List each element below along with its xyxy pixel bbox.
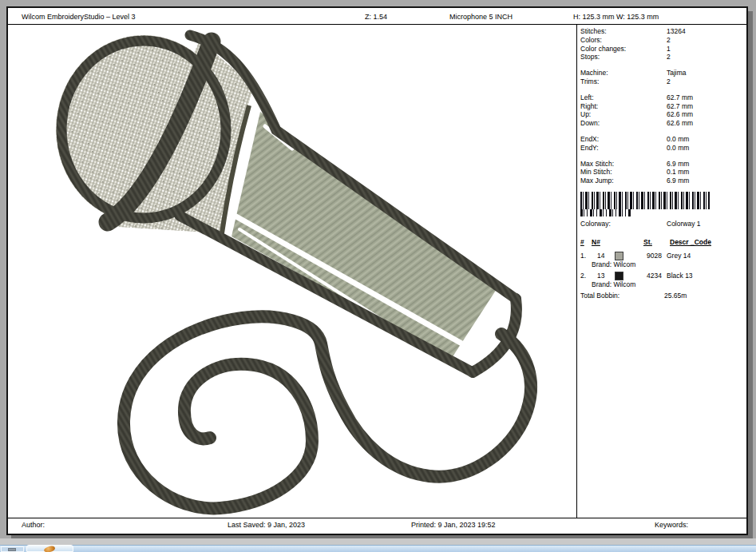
barcode-tail [580, 209, 631, 216]
footer-separator [8, 518, 746, 518]
app-icon [43, 546, 55, 552]
mic-cable [124, 316, 531, 508]
print-preview-screen: Wilcom EmbroideryStudio – Level 3 Z: 1.5… [0, 0, 756, 552]
taskbar-strip [0, 545, 756, 552]
stat-row: Machine:Tajima [580, 69, 745, 77]
design-info-panel: Stitches:13264 Colors:2 Color changes:1 … [580, 27, 745, 300]
thread-row: 2. 13 4234 Black 13 [580, 272, 745, 280]
stat-row: Stops:2 [580, 53, 745, 62]
stat-row: Min Stitch:0.1 mm [580, 168, 745, 177]
panel-divider [576, 24, 577, 518]
window-icon [8, 548, 16, 551]
stat-row: Left:62.7 mm [580, 93, 745, 102]
stat-row: Up:62.6 mm [580, 110, 745, 119]
design-name: Microphone 5 INCH [449, 13, 513, 21]
stat-row: Right:62.7 mm [580, 102, 745, 111]
stat-row: Stitches:13264 [580, 27, 745, 36]
design-dimensions: H: 125.3 mm W: 125.3 mm [573, 13, 659, 21]
stat-row: Max Jump:6.9 mm [580, 177, 745, 185]
stat-row: EndY:0.0 mm [580, 144, 745, 153]
stat-row: Down:62.6 mm [580, 119, 745, 128]
print-page: Wilcom EmbroideryStudio – Level 3 Z: 1.5… [6, 6, 748, 535]
thread-brand: Brand: Wilcom [580, 260, 745, 269]
background-strip [0, 538, 756, 545]
thread-swatch-grey [615, 252, 623, 260]
footer-keywords: Keywords: [655, 521, 688, 529]
thread-table-header: # N# St. Descr _Code [580, 238, 745, 249]
barcode [580, 192, 710, 209]
stat-row: Max Stitch:6.9 mm [580, 160, 745, 169]
footer-author: Author: [22, 521, 45, 529]
thread-table: # N# St. Descr _Code 1. 14 9028 Grey 14 … [580, 238, 745, 300]
footer-printed: Printed: 9 Jan, 2023 19:52 [411, 521, 496, 529]
footer-last-saved: Last Saved: 9 Jan, 2023 [228, 521, 305, 529]
thread-swatch-black [615, 272, 623, 280]
taskbar-window-fragment[interactable] [1, 546, 24, 552]
app-title: Wilcom EmbroideryStudio – Level 3 [22, 13, 136, 21]
total-bobbin-row: Total Bobbin: 25.65m [580, 292, 745, 300]
stat-row: Color changes:1 [580, 45, 745, 54]
stat-row: EndX:0.0 mm [580, 135, 745, 144]
microphone-design [8, 24, 576, 518]
thread-brand: Brand: Wilcom [580, 280, 745, 289]
thread-row: 1. 14 9028 Grey 14 [580, 252, 745, 260]
taskbar-tab-fragment[interactable] [26, 545, 73, 552]
zoom-level: Z: 1.54 [365, 13, 387, 21]
page-shadow-right [748, 11, 753, 535]
stat-row: Colors:2 [580, 36, 745, 45]
stat-row: Trims:2 [580, 77, 745, 86]
colorway-row: Colorway: Colorway 1 [580, 220, 745, 228]
